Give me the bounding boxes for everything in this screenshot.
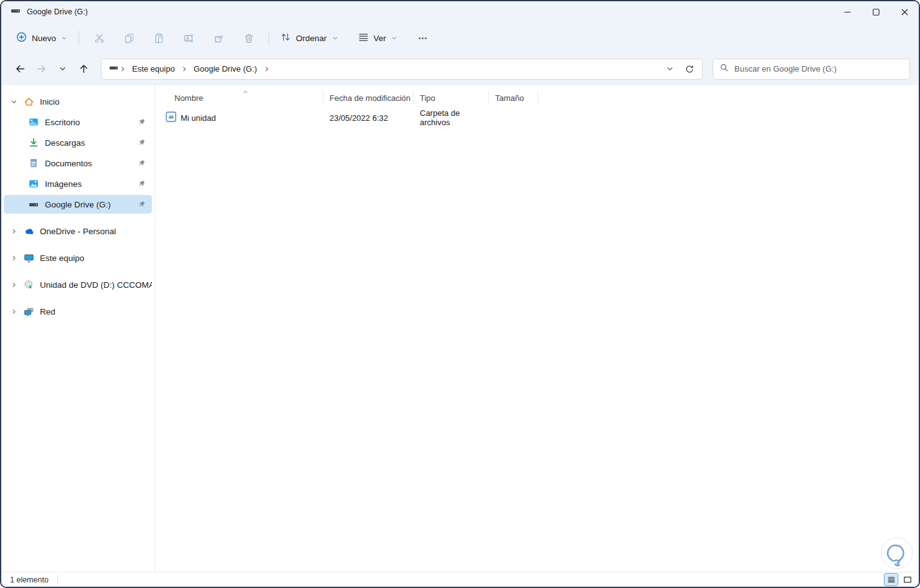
status-separator: [57, 575, 58, 584]
up-button[interactable]: [74, 59, 93, 79]
this-pc-icon: [23, 253, 34, 263]
sidebar-item-label: Este equipo: [40, 254, 84, 263]
breadcrumb-chevron-icon: [262, 65, 271, 73]
sort-button-label: Ordenar: [296, 34, 327, 43]
delete-button[interactable]: [238, 27, 259, 49]
breadcrumb-chevron-icon: [180, 65, 189, 73]
sidebar-item-label: Escritorio: [45, 118, 80, 127]
share-button[interactable]: [208, 27, 229, 49]
large-icons-view-button[interactable]: [901, 574, 914, 586]
view-button-label: Ver: [374, 34, 386, 43]
chevron-right-icon[interactable]: [9, 255, 19, 262]
pin-icon: [138, 179, 146, 189]
column-header-fecha[interactable]: Fecha de modificación: [323, 91, 414, 105]
sidebar-item-label: Red: [40, 307, 55, 316]
dvd-drive-icon: [23, 280, 34, 290]
search-box[interactable]: [713, 59, 910, 80]
share-icon: [214, 33, 224, 44]
file-name-cell: Mi unidad: [155, 111, 323, 124]
home-icon: [23, 97, 34, 107]
title-left: Google Drive (G:): [1, 6, 88, 18]
view-toggles: [884, 574, 914, 586]
onedrive-icon: [23, 226, 34, 237]
item-count: 1 elemento: [10, 576, 49, 584]
sort-ascending-caret-icon: [242, 87, 249, 97]
sort-button[interactable]: Ordenar: [274, 27, 344, 49]
sidebar-item-label: Unidad de DVD (D:) CCCOMA_X64FR: [40, 280, 152, 290]
paste-icon: [154, 33, 164, 44]
back-button[interactable]: [10, 59, 30, 79]
command-toolbar: Nuevo Ordenar: [1, 22, 919, 54]
breadcrumb-item-este-equipo[interactable]: Este equipo: [127, 62, 180, 76]
column-header-tipo[interactable]: Tipo: [414, 91, 489, 105]
recent-locations-button[interactable]: [52, 59, 72, 79]
sidebar-item-label: Descargas: [45, 138, 85, 148]
paste-button[interactable]: [148, 27, 169, 49]
trash-icon: [244, 33, 254, 44]
address-bar[interactable]: Este equipo Google Drive (G:): [101, 59, 703, 80]
column-header-tamano[interactable]: Tamaño: [489, 91, 538, 105]
chevron-right-icon[interactable]: [9, 228, 19, 235]
network-icon: [23, 306, 34, 317]
file-modified-cell: 23/05/2022 6:32: [323, 113, 414, 123]
file-list-pane: Nombre Fecha de modificación Tipo Tamaño: [155, 85, 919, 572]
file-row-mi-unidad[interactable]: Mi unidad 23/05/2022 6:32 Carpeta de arc…: [155, 109, 919, 126]
plus-circle-icon: [16, 32, 27, 44]
explorer-window: Google Drive (G:) Nuevo: [0, 0, 920, 588]
close-button[interactable]: [890, 1, 919, 22]
pin-icon: [138, 159, 146, 169]
sidebar-item-onedrive[interactable]: OneDrive - Personal: [4, 222, 152, 240]
chevron-down-icon: [61, 35, 67, 41]
view-button[interactable]: Ver: [352, 27, 404, 49]
cut-icon: [94, 33, 105, 44]
sidebar-item-imagenes[interactable]: Imágenes: [4, 174, 152, 193]
sidebar-item-label: Inicio: [40, 97, 60, 107]
sidebar-item-este-equipo[interactable]: Este equipo: [4, 249, 152, 267]
drive-icon: [11, 6, 21, 18]
forward-button[interactable]: [31, 59, 51, 79]
column-header-nombre[interactable]: Nombre: [155, 91, 323, 105]
sidebar-item-red[interactable]: Red: [4, 302, 152, 321]
cut-button[interactable]: [88, 27, 110, 49]
maximize-button[interactable]: [861, 1, 890, 22]
new-button-label: Nuevo: [32, 34, 56, 43]
sidebar-item-google-drive[interactable]: Google Drive (G:): [4, 195, 152, 214]
new-button[interactable]: Nuevo: [10, 27, 74, 49]
refresh-button[interactable]: [681, 60, 698, 78]
sidebar-item-dvd-drive[interactable]: Unidad de DVD (D:) CCCOMA_X64FR: [4, 275, 152, 294]
title-bar: Google Drive (G:): [1, 1, 919, 22]
breadcrumb-item-google-drive[interactable]: Google Drive (G:): [189, 62, 262, 76]
minimize-button[interactable]: [833, 1, 861, 22]
sidebar-item-descargas[interactable]: Descargas: [4, 133, 152, 152]
sidebar-item-inicio[interactable]: Inicio: [4, 92, 152, 111]
chevron-down-icon[interactable]: [9, 98, 19, 105]
rename-button[interactable]: [178, 27, 199, 49]
copy-button[interactable]: [118, 27, 140, 49]
chevron-right-icon[interactable]: [9, 308, 19, 315]
window-controls: [833, 1, 919, 22]
search-input[interactable]: [734, 64, 903, 74]
pictures-icon: [28, 179, 39, 189]
copy-icon: [124, 33, 135, 44]
window-body: Inicio Escritorio Descargas: [1, 85, 919, 572]
drive-icon: [28, 199, 39, 209]
chevron-down-icon: [332, 35, 338, 41]
sidebar-item-escritorio[interactable]: Escritorio: [4, 113, 152, 131]
downloads-icon: [28, 138, 39, 148]
details-view-icon: [887, 576, 896, 584]
ellipsis-icon: [417, 33, 428, 44]
column-headers: Nombre Fecha de modificación Tipo Tamaño: [155, 88, 919, 107]
details-view-button[interactable]: [884, 574, 898, 586]
sidebar-item-label: Documentos: [45, 159, 92, 168]
chevron-right-icon[interactable]: [9, 282, 19, 288]
desktop-icon: [28, 117, 39, 127]
more-options-button[interactable]: [412, 27, 434, 49]
address-dropdown-button[interactable]: [661, 60, 678, 78]
sidebar-item-documentos[interactable]: Documentos: [4, 154, 152, 173]
pin-icon: [138, 118, 146, 128]
sort-arrows-icon: [280, 32, 291, 44]
status-bar: 1 elemento: [1, 572, 919, 587]
pin-icon: [138, 200, 146, 210]
window-title: Google Drive (G:): [27, 7, 88, 16]
rename-icon: [184, 33, 194, 44]
